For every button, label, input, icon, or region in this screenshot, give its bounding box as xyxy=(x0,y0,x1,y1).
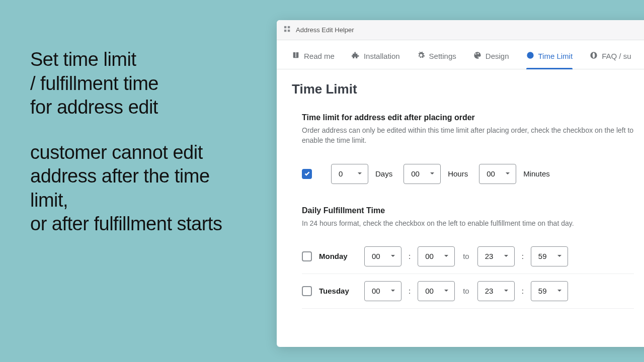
svg-rect-1 xyxy=(288,26,290,28)
globe-icon xyxy=(590,51,598,61)
chevron-down-icon xyxy=(357,169,363,178)
chevron-down-icon xyxy=(429,169,435,178)
tab-read-me[interactable]: Read me xyxy=(292,44,335,69)
promo-text: Set time limit / fulfillment time for ad… xyxy=(30,48,252,236)
select-value: 00 xyxy=(411,169,420,178)
start-minute-select[interactable]: 00 xyxy=(418,246,455,266)
minutes-label: Minutes xyxy=(523,169,550,178)
window-title: Address Edit Helper xyxy=(296,26,354,34)
to-label: to xyxy=(463,287,469,295)
start-hour-select[interactable]: 00 xyxy=(364,246,401,266)
section-help: Order address can only be edited within … xyxy=(302,125,634,146)
chevron-down-icon xyxy=(390,287,396,295)
end-minute-select[interactable]: 59 xyxy=(531,246,568,266)
tab-settings[interactable]: Settings xyxy=(417,44,456,69)
select-value: 59 xyxy=(538,287,547,295)
tab-label: Time Limit xyxy=(538,52,573,60)
gear-icon xyxy=(417,51,425,61)
palette-icon xyxy=(473,51,481,61)
colon: : xyxy=(522,287,524,295)
puzzle-icon xyxy=(352,51,360,61)
colon: : xyxy=(409,252,411,260)
enable-time-limit-checkbox[interactable] xyxy=(302,169,312,179)
chevron-down-icon xyxy=(443,287,449,295)
tab-design[interactable]: Design xyxy=(473,44,509,69)
svg-rect-3 xyxy=(288,30,290,32)
hours-select[interactable]: 00 xyxy=(404,164,441,184)
tab-label: FAQ / su xyxy=(602,52,631,60)
tab-label: Read me xyxy=(304,52,335,60)
content: Time Limit Time limit for address edit a… xyxy=(277,69,644,309)
time-limit-row: 0 Days 00 Hours 00 Minutes xyxy=(302,157,634,191)
select-value: 00 xyxy=(425,252,434,260)
days-select[interactable]: 0 xyxy=(331,164,368,184)
tabs: Read me Installation Settings Design Tim… xyxy=(277,44,644,69)
fulfillment-section: Daily Fulfillment Time In 24 hours forma… xyxy=(292,206,644,309)
select-value: 00 xyxy=(425,287,434,295)
day-row-monday: Monday 00 : 00 to 23 : 59 xyxy=(302,239,634,274)
tab-label: Settings xyxy=(429,52,456,60)
days-label: Days xyxy=(375,169,392,178)
start-minute-select[interactable]: 00 xyxy=(418,281,455,301)
svg-rect-0 xyxy=(284,26,286,28)
select-value: 00 xyxy=(372,252,380,260)
section-title: Daily Fulfillment Time xyxy=(302,206,634,215)
tab-installation[interactable]: Installation xyxy=(352,44,400,69)
promo-block-2: customer cannot edit address after the t… xyxy=(30,141,252,236)
page-title: Time Limit xyxy=(292,81,644,97)
day-checkbox[interactable] xyxy=(302,251,312,261)
chevron-down-icon xyxy=(556,252,562,260)
chevron-down-icon xyxy=(505,169,511,178)
tab-label: Installation xyxy=(364,52,400,60)
select-value: 00 xyxy=(372,287,380,295)
colon: : xyxy=(522,252,524,260)
svg-rect-2 xyxy=(284,30,286,32)
day-checkbox[interactable] xyxy=(302,286,312,296)
day-label: Tuesday xyxy=(319,287,357,295)
time-limit-section: Time limit for address edit after placin… xyxy=(292,113,644,191)
select-value: 23 xyxy=(485,287,494,295)
chevron-down-icon xyxy=(443,252,449,260)
app-icon xyxy=(284,26,291,34)
day-row-tuesday: Tuesday 00 : 00 to 23 : 59 xyxy=(302,274,634,309)
to-label: to xyxy=(463,252,469,260)
app-window: Address Edit Helper Read me Installation… xyxy=(277,20,644,347)
select-value: 23 xyxy=(485,252,494,260)
clock-icon xyxy=(526,51,534,61)
promo-block-1: Set time limit / fulfillment time for ad… xyxy=(30,48,252,120)
chevron-down-icon xyxy=(503,252,509,260)
chevron-down-icon xyxy=(556,287,562,295)
section-title: Time limit for address edit after placin… xyxy=(302,113,634,122)
book-icon xyxy=(292,51,300,61)
titlebar: Address Edit Helper xyxy=(277,20,644,40)
select-value: 59 xyxy=(538,252,547,260)
colon: : xyxy=(409,287,411,295)
hours-label: Hours xyxy=(448,169,468,178)
tab-label: Design xyxy=(486,52,509,60)
tab-faq[interactable]: FAQ / su xyxy=(590,44,631,69)
select-value: 00 xyxy=(487,169,495,178)
tab-time-limit[interactable]: Time Limit xyxy=(526,44,573,69)
end-minute-select[interactable]: 59 xyxy=(531,281,568,301)
end-hour-select[interactable]: 23 xyxy=(477,281,515,301)
section-help: In 24 hours format, check the checkbox o… xyxy=(302,218,634,228)
end-hour-select[interactable]: 23 xyxy=(477,246,515,266)
day-label: Monday xyxy=(319,252,357,260)
start-hour-select[interactable]: 00 xyxy=(364,281,401,301)
chevron-down-icon xyxy=(503,287,509,295)
minutes-select[interactable]: 00 xyxy=(479,164,516,184)
chevron-down-icon xyxy=(390,252,396,260)
select-value: 0 xyxy=(339,169,343,178)
